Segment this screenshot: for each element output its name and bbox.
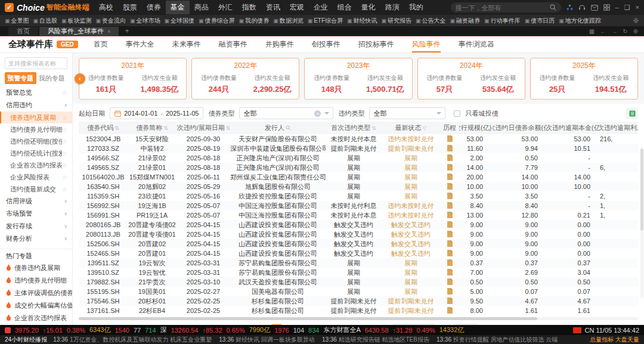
top-menu-item[interactable]: 宏观 bbox=[285, 1, 309, 14]
history-cell[interactable] bbox=[440, 193, 459, 200]
document-tab[interactable]: 风险事件_全球事件× bbox=[39, 27, 119, 36]
page-nav-link[interactable]: 首页 bbox=[94, 36, 108, 52]
back-icon[interactable]: ← bbox=[600, 28, 606, 35]
filter-icon[interactable]: ▽ bbox=[423, 125, 427, 131]
star-icon[interactable]: ☆ bbox=[62, 138, 67, 145]
date-range-picker[interactable]: 2014-01-01 - 2025-11-05 bbox=[110, 107, 203, 119]
table-row[interactable]: 156991.SHPR19泛1A2025-05-07中国泛海控股集团有限公司未按… bbox=[79, 210, 638, 220]
top-menu-item[interactable]: 指数 bbox=[237, 1, 261, 14]
table-row[interactable]: 115359.SH23欣捷012025-05-16欣捷投资控股集团有限公司展期展… bbox=[79, 191, 638, 201]
news-item[interactable]: 13:36 投资行情提醒 房地产估值比较筛选 云端 bbox=[436, 336, 558, 344]
history-cell[interactable] bbox=[440, 288, 459, 296]
history-doc-icon[interactable] bbox=[447, 289, 453, 296]
column-header[interactable]: 首次违约逾期本金(亿)⇅ bbox=[547, 122, 600, 134]
vertical-scrollbar[interactable] bbox=[640, 148, 643, 298]
history-cell[interactable] bbox=[440, 164, 459, 172]
horizontal-scrollbar[interactable] bbox=[79, 317, 638, 320]
column-header[interactable]: 首次违约日债券余额(亿)⇅ bbox=[493, 122, 547, 134]
hot-topic-item[interactable]: 主体评级调低的债券 bbox=[0, 287, 72, 299]
minimize-button[interactable]: – bbox=[615, 4, 619, 11]
column-header[interactable]: 发行规模(亿)⇅ bbox=[459, 122, 493, 134]
layout-icon[interactable]: ▦ bbox=[589, 28, 595, 35]
date-from[interactable]: 2014-01-01 bbox=[124, 110, 157, 117]
star-icon[interactable]: ☆ bbox=[62, 186, 67, 193]
sort-icon[interactable]: ⇅ bbox=[163, 125, 168, 131]
news-item[interactable]: 13:36 财经快讯 回调一板块多股异动 bbox=[219, 336, 315, 344]
history-doc-icon[interactable] bbox=[447, 174, 453, 181]
page-nav-link[interactable]: 招投标事件 bbox=[358, 36, 394, 52]
report-search[interactable] bbox=[5, 57, 67, 69]
toolbar-item[interactable]: ▣研究报告 bbox=[382, 17, 412, 25]
history-doc-icon[interactable] bbox=[447, 203, 453, 210]
settings-gear-icon[interactable] bbox=[633, 17, 639, 24]
hot-topic-item[interactable]: 债券违约及展期 bbox=[0, 262, 72, 274]
history-doc-icon[interactable] bbox=[447, 184, 453, 191]
new-tab-button[interactable]: + bbox=[120, 27, 134, 35]
table-row[interactable]: 137161.SH22杉EB42025-02-25杉杉集团有限公司提前到期未兑付… bbox=[79, 306, 638, 315]
page-button[interactable]: 2 bbox=[286, 324, 296, 326]
toolbar-item[interactable]: ▣公告大全 bbox=[416, 17, 446, 25]
toolbar-item[interactable]: ▣行动事件库 bbox=[484, 17, 521, 25]
toolbar-item[interactable]: ▣债市日历 bbox=[525, 17, 555, 25]
history-cell[interactable] bbox=[440, 307, 459, 315]
page-nav-link[interactable]: 创投事件 bbox=[312, 36, 340, 52]
history-cell[interactable] bbox=[440, 240, 459, 248]
sort-icon[interactable]: ⇅ bbox=[226, 125, 230, 131]
mail-icon[interactable] bbox=[591, 5, 598, 11]
sidebar-item[interactable]: 市场预警∨ bbox=[0, 207, 72, 220]
star-icon[interactable]: ☆ bbox=[62, 114, 67, 121]
page-nav-link[interactable]: 未来事件 bbox=[172, 36, 201, 52]
star-icon[interactable]: ☆ bbox=[62, 150, 67, 157]
app-center-icon[interactable] bbox=[566, 4, 573, 11]
history-doc-icon[interactable] bbox=[447, 308, 453, 315]
column-search-icon[interactable] bbox=[286, 125, 291, 132]
table-row[interactable]: 156992.SH19泛海1B2025-05-07中国泛海控股集团有限公司未按时… bbox=[79, 201, 638, 210]
report-search-input[interactable] bbox=[8, 60, 64, 67]
table-row[interactable]: 101564020.JB15郑煤MTN0012025-06-11郑州煤炭工业(集… bbox=[79, 172, 638, 182]
page-nav-link[interactable]: 事件大全 bbox=[126, 36, 154, 52]
top-menu-item[interactable]: 企业 bbox=[309, 1, 333, 14]
star-icon[interactable]: ☆ bbox=[62, 162, 67, 169]
toolbar-item[interactable]: ▣地方化债跟踪 bbox=[559, 17, 601, 25]
news-item[interactable]: 13:36 1万亿资金、数控机床及五轴联动发力 机床五金业重塑 bbox=[53, 336, 212, 344]
top-menu-item[interactable]: 组合 bbox=[333, 1, 357, 14]
export-excel-button[interactable] bbox=[626, 107, 638, 119]
history-cell[interactable] bbox=[440, 231, 459, 238]
news-item[interactable]: 13:36 精选研究报告链 精选地区TEB报告 bbox=[322, 336, 429, 344]
history-cell[interactable] bbox=[440, 269, 459, 277]
toolbar-item[interactable]: ▣ETF综合屏 bbox=[308, 17, 343, 25]
table-row[interactable]: 175546.SH20杉杉012025-02-25杉杉集团有限公司提前到期未兑付… bbox=[79, 296, 638, 306]
toolbar-item[interactable]: ▣财经快讯 bbox=[347, 17, 377, 25]
table-row[interactable]: 155195.SH19国美012025-02-27国美电器有限公司展期展期5.0… bbox=[79, 287, 638, 296]
top-menu-item[interactable]: 商品 bbox=[190, 1, 213, 14]
sidebar-item[interactable]: 财务分析∨ bbox=[0, 233, 72, 245]
toolbar-item[interactable]: ▣全球国债 bbox=[165, 17, 195, 25]
history-doc-icon[interactable] bbox=[447, 136, 453, 143]
hot-topic-item[interactable]: 违约债券兑付明细 bbox=[0, 274, 72, 287]
column-header[interactable]: 债券代码⇅ bbox=[79, 122, 128, 134]
city-bond-checkbox[interactable] bbox=[454, 110, 460, 117]
table-row[interactable]: 2080113.JB20晋建专项债012025-04-15山西建设投资集团有限公… bbox=[79, 230, 638, 239]
history-doc-icon[interactable] bbox=[447, 155, 453, 162]
page-nav-link[interactable]: 融资事件 bbox=[219, 36, 247, 52]
zoom-icon[interactable]: ⊕ bbox=[633, 28, 638, 35]
sidebar-tab[interactable]: 预警专题 bbox=[5, 72, 36, 84]
column-header[interactable]: 首次违约逾期利息(万)⇅ bbox=[600, 122, 638, 134]
table-row[interactable]: 139511.SZ19云智次2025-03-31苏宁易购集团股份有限公司展期展期… bbox=[79, 258, 638, 268]
close-button[interactable]: × bbox=[636, 4, 639, 11]
history-doc-icon[interactable] bbox=[447, 212, 453, 219]
clear-icon[interactable]: × bbox=[314, 110, 321, 117]
top-menu-item[interactable]: 债券 bbox=[142, 1, 166, 14]
tab-close-icon[interactable]: × bbox=[107, 29, 110, 35]
maximize-button[interactable]: ❑ bbox=[624, 4, 630, 11]
page-button[interactable]: 6 bbox=[343, 324, 354, 326]
history-cell[interactable] bbox=[440, 250, 459, 258]
history-cell[interactable] bbox=[440, 145, 459, 153]
top-menu-item[interactable]: 路演 bbox=[380, 1, 404, 14]
history-cell[interactable] bbox=[440, 259, 459, 267]
top-menu-item[interactable]: 外汇 bbox=[213, 1, 237, 14]
sidebar-item[interactable]: 违约偿还统计(按发行人)☆ bbox=[0, 147, 72, 159]
sidebar-item[interactable]: 债券违约及展期☆ bbox=[0, 111, 72, 123]
headset-icon[interactable] bbox=[578, 4, 586, 11]
history-cell[interactable] bbox=[440, 221, 459, 229]
